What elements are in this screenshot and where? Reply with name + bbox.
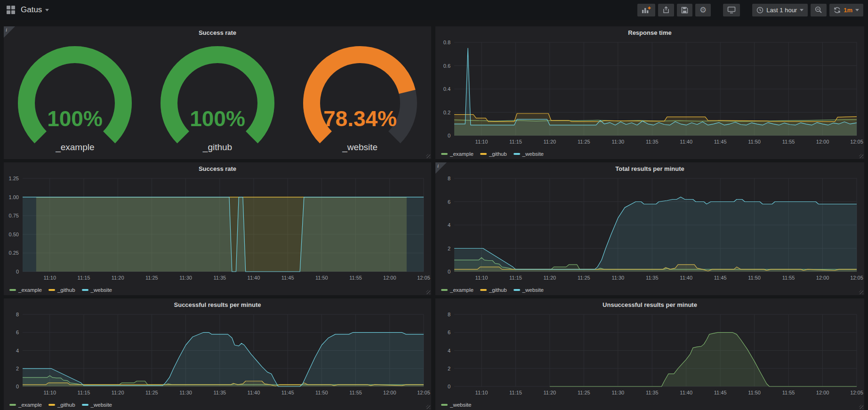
legend-item-_website[interactable]: _website bbox=[514, 287, 544, 293]
svg-text:0: 0 bbox=[448, 384, 450, 389]
chart-canvas-response-time[interactable]: 00.20.40.60.811:1011:1511:2011:2511:3011… bbox=[435, 26, 864, 159]
chart-canvas-successful-results[interactable]: 0246811:1011:1511:2011:2511:3011:3511:40… bbox=[4, 298, 431, 410]
save-button[interactable] bbox=[677, 4, 692, 16]
tv-mode-button[interactable] bbox=[723, 4, 740, 16]
clock-icon bbox=[756, 7, 764, 14]
panel-title[interactable]: Success rate bbox=[4, 165, 431, 172]
panel-info-icon[interactable]: i bbox=[435, 162, 447, 174]
legend-item-_example[interactable]: _example bbox=[441, 287, 474, 293]
legend-swatch bbox=[48, 289, 55, 291]
svg-text:0: 0 bbox=[448, 269, 450, 274]
legend-label: _website bbox=[522, 151, 544, 157]
gauge-_website: 78.34%_website bbox=[289, 42, 431, 153]
svg-text:12:00: 12:00 bbox=[383, 275, 396, 281]
svg-text:11:25: 11:25 bbox=[145, 275, 158, 281]
svg-text:11:10: 11:10 bbox=[475, 275, 488, 281]
panel-title[interactable]: Success rate bbox=[4, 29, 431, 36]
chart-canvas-total-results[interactable]: 0246811:1011:1511:2011:2511:3011:3511:40… bbox=[435, 162, 864, 295]
add-panel-button[interactable] bbox=[637, 4, 655, 16]
svg-text:11:45: 11:45 bbox=[281, 275, 294, 281]
svg-text:11:20: 11:20 bbox=[544, 139, 556, 145]
legend-swatch bbox=[441, 153, 448, 155]
svg-text:8: 8 bbox=[448, 312, 450, 317]
svg-text:8: 8 bbox=[16, 312, 19, 317]
chart-canvas-success-rate[interactable]: 00.250.500.751.001.2511:1011:1511:2011:2… bbox=[4, 162, 431, 295]
panel-title[interactable]: Response time bbox=[435, 29, 864, 36]
svg-text:11:15: 11:15 bbox=[509, 275, 522, 281]
legend-swatch bbox=[441, 289, 448, 291]
legend-item-_github[interactable]: _github bbox=[48, 287, 75, 293]
svg-text:12:05: 12:05 bbox=[417, 390, 430, 395]
panel-resize-handle[interactable] bbox=[426, 405, 430, 409]
svg-text:0.50: 0.50 bbox=[9, 232, 19, 237]
zoom-out-button[interactable] bbox=[811, 4, 827, 16]
share-button[interactable] bbox=[658, 4, 674, 16]
grafana-dashboard: Gatus bbox=[0, 0, 868, 410]
legend-item-_website[interactable]: _website bbox=[82, 287, 112, 293]
legend-label: _github bbox=[489, 151, 507, 157]
legend-item-_github[interactable]: _github bbox=[48, 402, 75, 408]
panel-response-time: Response time 00.20.40.60.811:1011:1511:… bbox=[435, 26, 864, 159]
svg-text:11:20: 11:20 bbox=[544, 275, 556, 281]
panel-resize-handle[interactable] bbox=[426, 290, 430, 294]
legend-item-_example[interactable]: _example bbox=[441, 151, 474, 157]
svg-text:11:15: 11:15 bbox=[509, 139, 522, 145]
refresh-icon bbox=[834, 7, 841, 14]
dashboard-title-dropdown[interactable]: Gatus bbox=[21, 5, 49, 15]
settings-button[interactable]: ⚙ bbox=[695, 4, 711, 16]
svg-text:12:05: 12:05 bbox=[850, 390, 863, 395]
legend-item-_website[interactable]: _website bbox=[514, 151, 544, 157]
legend-label: _example bbox=[18, 402, 42, 408]
svg-text:11:50: 11:50 bbox=[748, 390, 761, 395]
legend-item-_website[interactable]: _website bbox=[82, 402, 112, 408]
svg-text:11:15: 11:15 bbox=[509, 390, 522, 395]
svg-text:11:10: 11:10 bbox=[475, 139, 488, 145]
svg-text:11:45: 11:45 bbox=[714, 139, 727, 145]
panel-resize-handle[interactable] bbox=[859, 290, 863, 294]
svg-text:11:35: 11:35 bbox=[646, 275, 659, 281]
svg-text:12:00: 12:00 bbox=[816, 275, 829, 281]
svg-text:11:10: 11:10 bbox=[43, 275, 56, 281]
svg-text:0: 0 bbox=[448, 133, 450, 138]
panel-resize-handle[interactable] bbox=[859, 154, 863, 158]
navbar: Gatus bbox=[0, 0, 868, 20]
chart-canvas-unsuccessful-results[interactable]: 0246811:1011:1511:2011:2511:3011:3511:40… bbox=[435, 298, 864, 410]
svg-text:12:00: 12:00 bbox=[383, 390, 396, 395]
legend-item-_website[interactable]: _website bbox=[441, 402, 471, 408]
panel-title[interactable]: Total results per minute bbox=[435, 165, 864, 172]
svg-text:11:35: 11:35 bbox=[213, 275, 226, 281]
gauge-row: 100%_example100%_github78.34%_website bbox=[4, 42, 431, 153]
legend-item-_github[interactable]: _github bbox=[480, 287, 507, 293]
svg-text:1.25: 1.25 bbox=[9, 176, 19, 181]
svg-text:11:25: 11:25 bbox=[145, 390, 158, 395]
panel-title[interactable]: Unsuccessful results per minute bbox=[435, 301, 864, 308]
svg-text:11:30: 11:30 bbox=[611, 390, 624, 395]
svg-text:12:00: 12:00 bbox=[816, 390, 829, 395]
svg-text:11:30: 11:30 bbox=[611, 275, 624, 281]
svg-text:11:50: 11:50 bbox=[315, 390, 328, 395]
refresh-picker[interactable]: 1m bbox=[829, 4, 863, 16]
legend-swatch bbox=[441, 404, 448, 406]
panel-title[interactable]: Successful results per minute bbox=[4, 301, 431, 308]
legend-item-_example[interactable]: _example bbox=[9, 402, 42, 408]
svg-text:11:45: 11:45 bbox=[714, 275, 727, 281]
save-icon bbox=[681, 7, 688, 14]
legend-item-_example[interactable]: _example bbox=[9, 287, 42, 293]
chart-legend: _example_github_website bbox=[441, 287, 544, 293]
time-range-picker[interactable]: Last 1 hour bbox=[752, 4, 808, 16]
svg-text:12:05: 12:05 bbox=[417, 275, 430, 281]
svg-text:11:15: 11:15 bbox=[78, 275, 90, 281]
panel-resize-handle[interactable] bbox=[859, 405, 863, 409]
chevron-down-icon bbox=[45, 9, 49, 11]
legend-swatch bbox=[82, 404, 88, 406]
legend-item-_github[interactable]: _github bbox=[480, 151, 507, 157]
svg-text:11:15: 11:15 bbox=[78, 390, 90, 395]
panel-info-icon[interactable]: i bbox=[4, 26, 15, 38]
gauge-_github: 100%_github bbox=[147, 42, 288, 153]
svg-text:2: 2 bbox=[448, 246, 450, 251]
panel-resize-handle[interactable] bbox=[426, 154, 430, 158]
dashboards-grid-icon[interactable] bbox=[7, 6, 15, 14]
gauge-label: _example bbox=[56, 142, 94, 153]
chart-legend: _example_github_website bbox=[9, 402, 112, 408]
svg-text:0.4: 0.4 bbox=[443, 86, 450, 92]
